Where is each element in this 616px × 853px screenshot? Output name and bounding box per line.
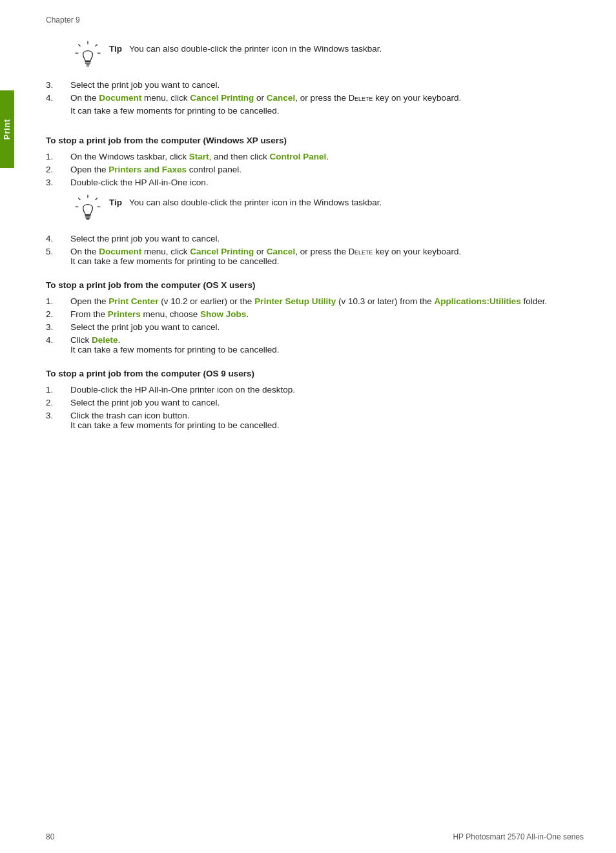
osx-steps: 1. Open the Print Center (v 10.2 or earl… (46, 296, 584, 355)
list-item: 3. Double-click the HP All-in-One icon. (46, 178, 584, 187)
list-item: 1. Open the Print Center (v 10.2 or earl… (46, 296, 584, 306)
list-item: 3. Click the trash can icon button. It c… (46, 411, 584, 430)
list-item: 4. Click Delete. It can take a few momen… (46, 335, 584, 355)
page-container: Print Chapter 9 (0, 0, 616, 853)
section-heading-winxp: To stop a print job from the computer (W… (46, 136, 584, 145)
side-tab: Print (0, 90, 14, 168)
list-item: 5. On the Document menu, click Cancel Pr… (46, 247, 584, 266)
tip-box-2: Tip You can also double-click the printe… (72, 196, 584, 225)
list-item: 2. Select the print job you want to canc… (46, 398, 584, 407)
list-item: 1. On the Windows taskbar, click Start, … (46, 152, 584, 161)
tip-box-1: Tip You can also double-click the printe… (72, 43, 584, 71)
section-heading-os9: To stop a print job from the computer (O… (46, 369, 584, 378)
svg-line-1 (78, 44, 80, 46)
winxp-steps-cont: 4. Select the print job you want to canc… (46, 234, 584, 266)
tip-icon-2 (72, 194, 104, 225)
svg-line-2 (96, 44, 98, 46)
side-tab-label: Print (3, 119, 12, 139)
list-item: 3. Select the print job you want to canc… (46, 322, 584, 332)
tip-content-1: Tip You can also double-click the printe… (109, 43, 382, 56)
tip-icon-1 (72, 40, 104, 71)
list-item: 1. Double-click the HP All-in-One printe… (46, 385, 584, 395)
list-item: 2. Open the Printers and Faxes control p… (46, 165, 584, 174)
winxp-steps: 1. On the Windows taskbar, click Start, … (46, 152, 584, 187)
tip-content-2: Tip You can also double-click the printe… (109, 196, 382, 209)
footer: 80 HP Photosmart 2570 All-in-One series (46, 832, 584, 841)
list-item: 4. Select the print job you want to canc… (46, 234, 584, 243)
list-item: 4. On the Document menu, click Cancel Pr… (46, 93, 584, 121)
initial-steps: 3. Select the print job you want to canc… (46, 80, 584, 121)
footer-product-name: HP Photosmart 2570 All-in-One series (453, 832, 584, 841)
svg-line-11 (96, 198, 98, 200)
tip-text-1: You can also double-click the printer ic… (125, 44, 382, 54)
footer-page-number: 80 (46, 832, 54, 841)
tip-label-2: Tip (109, 198, 122, 207)
section-heading-osx: To stop a print job from the computer (O… (46, 280, 584, 290)
svg-line-10 (78, 198, 80, 200)
tip-label-1: Tip (109, 44, 122, 54)
list-item: 3. Select the print job you want to canc… (46, 80, 584, 90)
list-item: 2. From the Printers menu, choose Show J… (46, 309, 584, 319)
tip-section-1: Tip You can also double-click the printe… (46, 43, 584, 71)
os9-steps: 1. Double-click the HP All-in-One printe… (46, 385, 584, 430)
main-content: Tip You can also double-click the printe… (46, 13, 584, 827)
